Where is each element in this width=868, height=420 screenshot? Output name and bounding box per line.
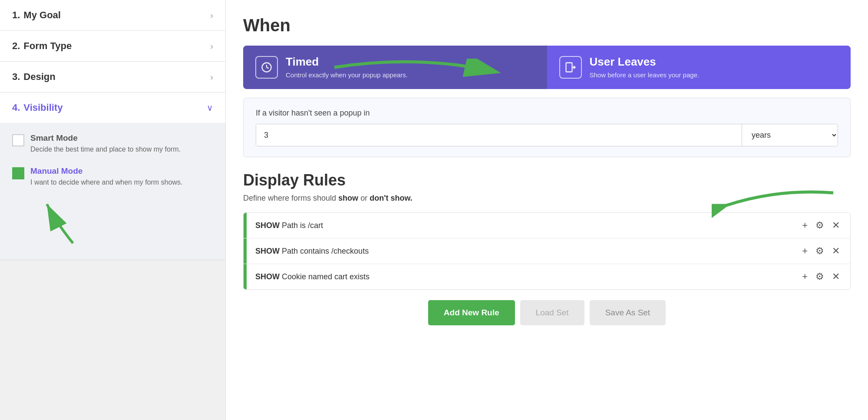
- sidebar-item-text-visibility: Visibility: [23, 102, 207, 113]
- save-as-set-button[interactable]: Save As Set: [590, 300, 666, 325]
- sidebar-item-label-visibility-num: 4.: [12, 102, 20, 113]
- rule-condition-2: Path contains /checkouts: [282, 247, 369, 255]
- user-leaves-tab-text: User Leaves Show before a user leaves yo…: [590, 55, 700, 79]
- sidebar-item-my-goal[interactable]: 1. My Goal ›: [0, 0, 225, 31]
- clock-svg: [261, 61, 273, 73]
- manual-mode-title: Manual Mode: [30, 166, 182, 176]
- clock-icon: [255, 56, 278, 79]
- visitor-number-input[interactable]: [256, 124, 742, 146]
- sidebar-item-label-design-num: 3.: [12, 71, 20, 83]
- user-leaves-tab-desc: Show before a user leaves your page.: [590, 70, 700, 79]
- rule-text-3: SHOW Cookie named cart exists: [247, 265, 792, 288]
- rule-action-2: SHOW: [255, 247, 280, 255]
- add-new-rule-button[interactable]: Add New Rule: [428, 300, 515, 325]
- visitor-inputs: seconds minutes hours days weeks months …: [256, 124, 838, 146]
- rule-text-1: SHOW Path is /cart: [247, 214, 792, 237]
- sidebar-visibility-header[interactable]: 4. Visibility ∨: [0, 93, 225, 123]
- rule-action-3: SHOW: [255, 272, 280, 281]
- sidebar-item-text-my-goal: My Goal: [23, 10, 210, 21]
- smart-mode-checkbox[interactable]: [12, 134, 24, 146]
- visibility-content: Smart Mode Decide the best time and plac…: [0, 123, 225, 260]
- display-rules-title: Display Rules: [243, 171, 851, 189]
- rule-condition-3: Cookie named cart exists: [282, 272, 370, 281]
- rule-delete-button-1[interactable]: ✕: [832, 221, 840, 230]
- manual-mode-option[interactable]: Manual Mode I want to decide where and w…: [12, 166, 213, 187]
- sidebar-item-text-form-type: Form Type: [23, 40, 210, 52]
- rule-actions-3: + ⚙ ✕: [792, 272, 850, 281]
- rule-action-1: SHOW: [255, 221, 280, 230]
- timed-tab-desc: Control exactly when your popup appears.: [286, 70, 408, 79]
- smart-mode-desc: Decide the best time and place to show m…: [30, 145, 181, 154]
- rule-actions-1: + ⚙ ✕: [792, 221, 850, 230]
- sidebar-item-visibility: 4. Visibility ∨ Smart Mode Decide the be…: [0, 93, 225, 260]
- chevron-right-icon-3: ›: [210, 72, 213, 82]
- rule-settings-button-3[interactable]: ⚙: [815, 272, 824, 281]
- rule-green-bar-2: [244, 238, 247, 264]
- sidebar-item-label-my-goal: 1.: [12, 10, 20, 21]
- sidebar-item-design[interactable]: 3. Design ›: [0, 62, 225, 93]
- manual-mode-desc: I want to decide where and when my form …: [30, 178, 182, 187]
- rule-actions-2: + ⚙ ✕: [792, 246, 850, 256]
- rule-text-2: SHOW Path contains /checkouts: [247, 240, 792, 263]
- arrow-annotation-manual: [38, 195, 108, 248]
- sidebar-item-form-type[interactable]: 2. Form Type ›: [0, 31, 225, 62]
- chevron-right-icon-2: ›: [210, 41, 213, 51]
- rule-settings-button-1[interactable]: ⚙: [815, 221, 824, 230]
- display-rules-desc-prefix: Define where forms should: [243, 194, 338, 202]
- display-rules-desc: Define where forms should show or don't …: [243, 194, 851, 203]
- load-set-button[interactable]: Load Set: [520, 300, 584, 325]
- rule-add-button-2[interactable]: +: [802, 246, 808, 256]
- sidebar: 1. My Goal › 2. Form Type › 3. Design › …: [0, 0, 226, 420]
- user-leaves-tab-title: User Leaves: [590, 55, 700, 69]
- timed-tab-text: Timed Control exactly when your popup ap…: [286, 55, 408, 79]
- display-rules-desc-show: show: [338, 194, 358, 202]
- svg-rect-5: [566, 63, 572, 72]
- visitor-label: If a visitor hasn't seen a popup in: [256, 109, 838, 118]
- main-content: When Timed: [226, 0, 868, 420]
- tab-user-leaves[interactable]: User Leaves Show before a user leaves yo…: [547, 46, 851, 89]
- chevron-down-icon: ∨: [207, 103, 213, 113]
- display-rules-desc-dont: don't show.: [370, 194, 413, 202]
- visitor-popup-box: If a visitor hasn't seen a popup in seco…: [243, 98, 851, 157]
- display-rules-section: Display Rules Define where forms should …: [243, 171, 851, 325]
- rule-delete-button-2[interactable]: ✕: [832, 246, 840, 256]
- bottom-buttons: Add New Rule Load Set Save As Set: [243, 300, 851, 325]
- rule-settings-button-2[interactable]: ⚙: [815, 246, 824, 256]
- visitor-unit-select[interactable]: seconds minutes hours days weeks months …: [742, 124, 838, 146]
- when-tabs-container: Timed Control exactly when your popup ap…: [243, 46, 851, 89]
- table-row: SHOW Cookie named cart exists + ⚙ ✕: [244, 264, 850, 289]
- exit-icon: [559, 56, 582, 79]
- rule-condition-1: Path is /cart: [282, 221, 323, 230]
- chevron-right-icon: ›: [210, 10, 213, 20]
- rule-green-bar-1: [244, 213, 247, 238]
- smart-mode-title: Smart Mode: [30, 133, 181, 143]
- table-row: SHOW Path is /cart + ⚙ ✕: [244, 213, 850, 238]
- sidebar-item-label-form-type-num: 2.: [12, 40, 20, 52]
- smart-mode-option[interactable]: Smart Mode Decide the best time and plac…: [12, 133, 213, 154]
- smart-mode-text: Smart Mode Decide the best time and plac…: [30, 133, 181, 154]
- rule-delete-button-3[interactable]: ✕: [832, 272, 840, 281]
- sidebar-item-text-design: Design: [23, 71, 210, 83]
- manual-mode-checkbox[interactable]: [12, 167, 24, 179]
- display-rules-desc-middle: or: [358, 194, 370, 202]
- when-title: When: [243, 16, 851, 35]
- exit-svg: [564, 61, 577, 73]
- svg-line-4: [267, 67, 269, 68]
- rule-add-button-3[interactable]: +: [802, 272, 808, 281]
- manual-mode-text: Manual Mode I want to decide where and w…: [30, 166, 182, 187]
- rule-green-bar-3: [244, 264, 247, 289]
- table-row: SHOW Path contains /checkouts + ⚙ ✕: [244, 238, 850, 264]
- when-tabs: Timed Control exactly when your popup ap…: [243, 46, 851, 89]
- timed-tab-title: Timed: [286, 55, 408, 69]
- rules-list: SHOW Path is /cart + ⚙ ✕ SHOW Path conta…: [243, 212, 851, 290]
- rule-add-button-1[interactable]: +: [802, 221, 808, 230]
- tab-timed[interactable]: Timed Control exactly when your popup ap…: [243, 46, 547, 89]
